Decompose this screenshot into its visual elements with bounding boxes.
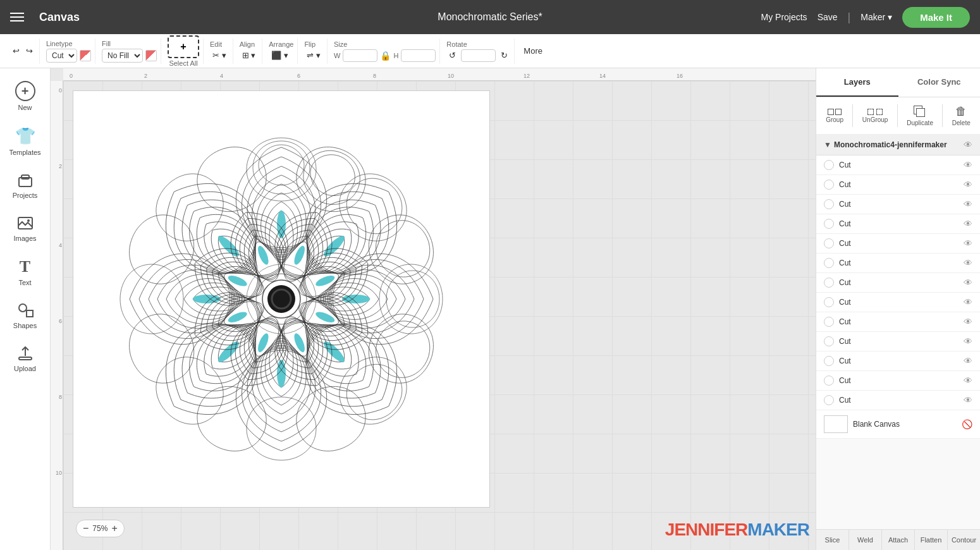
weld-button[interactable]: Weld [849,530,882,550]
group-tool[interactable]: Group [821,106,848,126]
layer-eye-3[interactable]: 👁 [964,199,972,209]
linetype-select[interactable]: Cut [46,49,77,63]
main-area: + New 👕 Templates Projects Images [0,68,980,550]
height-label: H [393,52,398,59]
more-group: More [517,39,549,64]
panel-divider-2 [897,104,898,127]
layer-eye-4[interactable]: 👁 [964,219,972,229]
edit-group: Edit ✂ ▾ [206,39,233,64]
rotate-ccw-button[interactable]: ↺ [446,49,458,61]
new-icon: + [15,81,35,101]
layer-eye-8[interactable]: 👁 [964,297,972,307]
layer-color-10 [824,336,834,346]
sidebar-item-upload[interactable]: Upload [0,338,50,379]
more-button[interactable]: More [521,45,545,57]
make-it-button[interactable]: Make It [902,7,970,28]
sidebar-item-projects[interactable]: Projects [0,165,50,205]
layer-eye-10[interactable]: 👁 [964,336,972,346]
save-button[interactable]: Save [818,12,838,22]
duplicate-tool[interactable]: Duplicate [902,103,938,129]
rotate-input[interactable] [461,49,496,62]
select-all-button[interactable]: + [168,35,199,58]
layer-name-4: Cut [839,219,959,228]
layer-name-8: Cut [839,298,959,307]
align-label: Align [240,40,259,48]
align-button[interactable]: ⊞ ▾ [240,49,259,61]
layer-eye-2[interactable]: 👁 [964,180,972,190]
layer-item: Cut 👁 [816,254,980,273]
layer-eye-9[interactable]: 👁 [964,317,972,327]
blank-canvas-swatch [824,415,848,433]
delete-tool[interactable]: 🗑 Delete [947,102,976,129]
svg-rect-5 [27,310,33,317]
projects-icon [16,171,34,189]
rotate-cw-button[interactable]: ↻ [498,49,510,61]
watermark: JENNIFERMAKER [665,520,809,540]
canvas-logo: Canvas [39,11,80,24]
layer-name-2: Cut [839,180,959,189]
fill-group: Fill No Fill [98,39,161,64]
sidebar-item-new[interactable]: + New [0,75,50,118]
layer-section-header[interactable]: ▼ Monochromatic4-jennifermaker 👁 [816,135,980,156]
watermark-jennifer: JENNIFER [665,520,747,539]
redo-button[interactable]: ↪ [23,45,35,57]
section-eye-icon[interactable]: 👁 [964,140,972,150]
zoom-level: 75% [92,524,107,533]
panel-divider-3 [942,104,943,127]
layer-name-12: Cut [839,376,959,385]
edit-button[interactable]: ✂ ▾ [210,49,229,61]
sidebar-item-shapes[interactable]: Shapes [0,295,50,336]
blank-canvas-eye-icon[interactable]: 🚫 [962,419,972,429]
layer-item: Cut 👁 [816,351,980,371]
layer-name-1: Cut [839,161,959,169]
toolbar: ↩ ↪ Linetype Cut Fill No Fill [0,34,980,68]
undo-button[interactable]: ↩ [10,45,22,57]
arrange-button[interactable]: ⬛ ▾ [269,49,293,61]
layer-eye-1[interactable]: 👁 [964,160,972,170]
fill-label: Fill [102,40,157,47]
hamburger-menu[interactable] [10,13,24,21]
zoom-in-button[interactable]: + [111,523,117,534]
layer-color-13 [824,395,834,405]
ungroup-tool[interactable]: UnGroup [857,106,893,126]
layer-eye-13[interactable]: 👁 [964,395,972,405]
text-icon: T [20,257,30,276]
fill-select[interactable]: No Fill [102,49,143,63]
width-input[interactable] [343,49,377,62]
my-projects-button[interactable]: My Projects [761,12,807,22]
zoom-out-button[interactable]: − [83,523,89,534]
layer-color-1 [824,160,834,170]
maker-dropdown-button[interactable]: Maker ▾ [861,12,892,22]
layer-eye-5[interactable]: 👁 [964,238,972,248]
layer-eye-6[interactable]: 👁 [964,258,972,268]
layer-item: Cut 👁 [816,391,980,410]
sidebar-item-text[interactable]: T Text [0,251,50,293]
canvas-area[interactable]: 0 2 4 6 8 10 12 14 16 0 2 4 6 8 10 [51,68,816,550]
sidebar-item-images[interactable]: Images [0,208,50,248]
layer-eye-11[interactable]: 👁 [964,356,972,366]
ungroup-label: UnGroup [862,116,888,123]
flatten-button[interactable]: Flatten [915,530,948,550]
layer-name-10: Cut [839,337,959,346]
sidebar-item-templates[interactable]: 👕 Templates [0,120,50,162]
layer-item: Cut 👁 [816,195,980,214]
height-input[interactable] [401,49,436,62]
layer-name-11: Cut [839,357,959,365]
attach-button[interactable]: Attach [882,530,915,550]
layer-eye-7[interactable]: 👁 [964,278,972,288]
group-icon [828,109,842,115]
layer-item: Cut 👁 [816,214,980,234]
bottom-action-buttons: Slice Weld Attach Flatten Contour [816,529,980,550]
tab-color-sync[interactable]: Color Sync [898,68,981,97]
svg-point-3 [27,219,30,222]
contour-button[interactable]: Contour [948,530,980,550]
divider: | [848,11,851,24]
layer-color-3 [824,199,834,209]
layer-eye-12[interactable]: 👁 [964,376,972,386]
tab-layers[interactable]: Layers [816,68,898,97]
mandala-design[interactable]: .petal-stroke { fill: none; stroke: #333… [98,116,465,482]
images-icon [16,214,34,232]
delete-label: Delete [952,119,971,126]
flip-button[interactable]: ⇌ ▾ [304,49,323,61]
slice-button[interactable]: Slice [816,530,849,550]
